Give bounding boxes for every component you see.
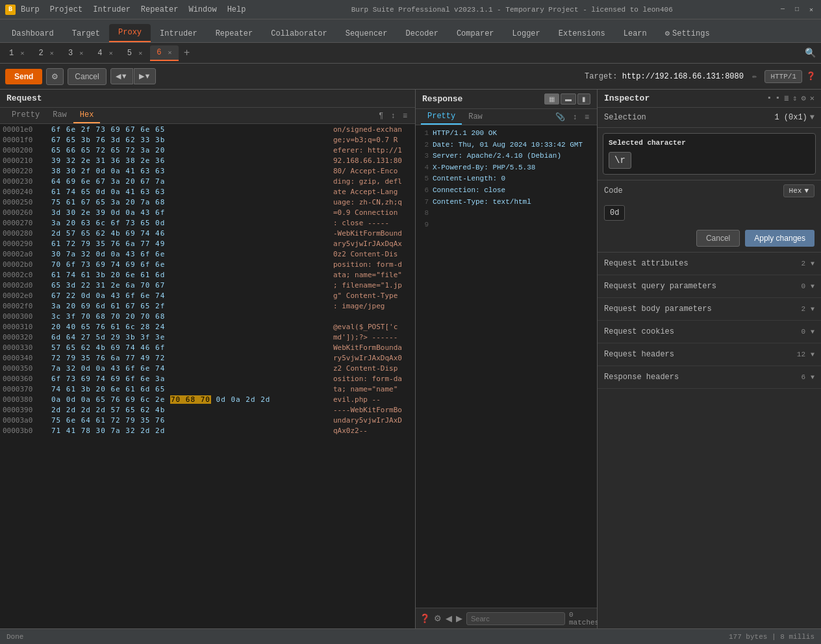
nav-forward-button[interactable]: ▶ [456,613,462,623]
hex-bytes: 6f 6e 2f 73 69 67 6e 65 [51,125,328,134]
add-tab-button[interactable]: + [180,47,194,59]
hex-bytes: 30 7a 32 0d 0a 43 6f 6e [51,250,328,258]
code-format-dropdown[interactable]: Hex ▼ [783,184,815,197]
hex-address: 0000230 [3,177,51,186]
subtab-5[interactable]: 5 ✕ [121,46,149,60]
menu-help[interactable]: Help [227,5,246,14]
prev-button[interactable]: ◀▼ [110,68,133,84]
menu-project[interactable]: Project [50,5,82,14]
navtab-learn[interactable]: Learn [614,25,656,42]
word-wrap-button[interactable]: ¶ [377,110,386,121]
inspector-icon-1[interactable]: ▪ [767,93,772,103]
subtab-6[interactable]: 6 ✕ [150,45,178,61]
section-header-body[interactable]: Request body parameters 2 ▼ [598,298,821,320]
http-version[interactable]: HTTP/1 [764,70,802,83]
menu-intruder[interactable]: Intruder [93,5,131,14]
menu-burp[interactable]: Burp [21,5,40,14]
expand-button[interactable]: ↕ [388,110,398,121]
help-icon[interactable]: ❓ [806,71,816,81]
navtab-sequencer[interactable]: Sequencer [336,25,397,42]
line-text: Server: Apache/2.4.10 (Debian) [433,152,561,160]
hex-ascii: : close ----- [328,219,412,227]
apply-changes-button[interactable]: Apply changes [745,230,815,247]
search-input[interactable] [466,612,565,625]
search-icon[interactable]: 🔍 [805,47,816,58]
navtab-repeater[interactable]: Repeater [207,25,262,42]
section-header-resp-headers[interactable]: Response headers 6 ▼ [598,366,821,388]
view-vertical-icon[interactable]: ▮ [577,93,590,105]
hex-bytes: 67 22 0d 0a 43 6f 6e 74 [51,291,328,300]
cancel-button[interactable]: Cancel [68,68,106,85]
navtab-settings[interactable]: ⚙Settings [656,25,719,42]
response-line: 3Server: Apache/2.4.10 (Debian) [420,151,593,162]
response-tab-pretty[interactable]: Pretty [421,109,462,125]
navtab-proxy[interactable]: Proxy [109,24,151,42]
response-tab-raw[interactable]: Raw [462,110,489,124]
line-text: HTTP/1.1 200 OK [433,129,497,137]
close-button[interactable]: ✕ [807,5,816,14]
request-tab-raw[interactable]: Raw [46,108,73,123]
edit-target-icon[interactable]: ✏ [752,72,757,81]
chevron-down-icon-3: ▼ [811,306,815,313]
window-title: Burp Suite Professional v2023.1.1 - Temp… [246,6,778,14]
settings-button[interactable]: ⚙ [46,68,64,85]
section-header-cookies[interactable]: Request cookies 0 ▼ [598,321,821,343]
hex-bytes: 2d 57 65 62 4b 69 74 46 [51,229,328,238]
navtab-dashboard[interactable]: Dashboard [3,25,63,42]
resp-expand-button[interactable]: ↕ [570,111,579,123]
nav-back-button[interactable]: ◀ [446,613,452,623]
request-tab-pretty[interactable]: Pretty [5,108,46,123]
navtab-comparer[interactable]: Comparer [448,25,503,42]
inspector-section-query: Request query parameters 0 ▼ [598,275,821,298]
inspector-section-cookies: Request cookies 0 ▼ [598,321,821,343]
navtab-target[interactable]: Target [63,25,109,42]
response-line: 6Connection: close [420,185,593,197]
view-split-icon[interactable]: ▦ [544,93,559,105]
subtab-1[interactable]: 1 ✕ [3,46,31,60]
menu-repeater[interactable]: Repeater [141,5,179,14]
settings-footer-button[interactable]: ⚙ [434,613,442,623]
response-view-tabs: Pretty Raw 📎 ↕ ≡ [416,109,597,125]
close-icon[interactable]: ✕ [810,93,815,103]
selection-chevron-icon[interactable]: ▼ [810,113,815,122]
subtab-3[interactable]: 3 ✕ [62,46,90,60]
target-info: Target: http://192.168.66.131:8080 ✏ [585,71,761,81]
settings-icon[interactable]: ⚙ [802,93,806,103]
inspector-toolbar: ▪ ▪ ≣ ⇕ ⚙ ✕ [767,93,815,103]
hex-row: 0000290 61 72 79 35 76 6a 77 49 ary5vjwI… [0,238,415,249]
hex-bytes: 7a 32 0d 0a 43 6f 6e 74 [51,364,328,373]
subtab-2[interactable]: 2 ✕ [32,46,60,60]
navtab-logger[interactable]: Logger [503,25,549,42]
hex-viewer[interactable]: 00001e0 6f 6e 2f 73 69 67 6e 65 on/signe… [0,124,415,628]
menu-window[interactable]: Window [188,5,216,14]
sort-icon[interactable]: ≣ [784,93,789,103]
subtab-4[interactable]: 4 ✕ [91,46,119,60]
resp-more-button[interactable]: ≡ [582,111,592,123]
navtab-extensions[interactable]: Extensions [549,25,614,42]
line-number: 2 [420,140,429,151]
line-number: 1 [420,128,429,140]
minimize-button[interactable]: ─ [778,5,787,14]
section-header-attributes[interactable]: Request attributes 2 ▼ [598,253,821,275]
section-header-query[interactable]: Request query parameters 0 ▼ [598,275,821,297]
inspector-icon-2[interactable]: ▪ [776,93,780,103]
view-horizontal-icon[interactable]: ▬ [561,93,576,105]
request-tab-hex[interactable]: Hex [73,108,101,123]
navtab-collaborator[interactable]: Collaborator [262,25,336,42]
navtab-intruder[interactable]: Intruder [151,25,207,42]
hex-bytes: 74 61 3b 20 6e 61 6d 65 [51,385,328,393]
more-options-button[interactable]: ≡ [400,110,410,121]
hex-ascii: @eval($_POST['c [328,323,412,331]
help-footer-button[interactable]: ❓ [420,613,430,623]
layout-icon[interactable]: ⇕ [792,93,797,103]
navtab-decoder[interactable]: Decoder [397,25,448,42]
next-button[interactable]: ▶▼ [134,68,157,84]
maximize-button[interactable]: □ [792,5,802,14]
send-button[interactable]: Send [5,69,42,84]
section-header-req-headers[interactable]: Request headers 12 ▼ [598,343,821,365]
hex-address: 00002f0 [3,302,51,310]
resp-annotate-button[interactable]: 📎 [553,111,568,123]
request-title: Request [6,93,42,103]
inspector-cancel-button[interactable]: Cancel [696,230,740,247]
line-number: 3 [420,151,429,162]
